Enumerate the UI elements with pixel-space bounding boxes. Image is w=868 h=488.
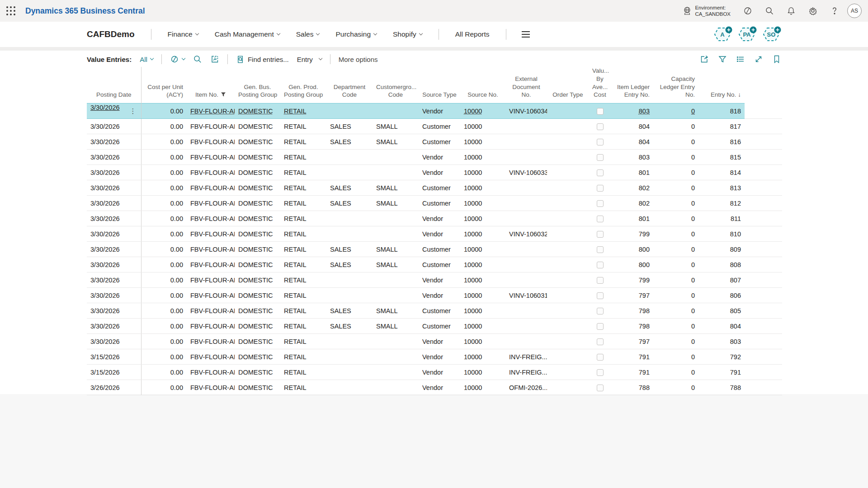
app-title[interactable]: Dynamics 365 Business Central: [25, 6, 145, 16]
cell-capacity_ledger[interactable]: 0: [653, 349, 698, 365]
cell-order_type[interactable]: [547, 319, 589, 334]
cell-posting_date[interactable]: 3/15/2026: [87, 349, 141, 365]
cell-item_ledger[interactable]: 800: [611, 242, 653, 257]
cell-capacity_ledger[interactable]: 0: [653, 103, 698, 119]
cell-valued_by_avg[interactable]: [589, 180, 611, 196]
column-header-item_no[interactable]: Item No.: [187, 67, 235, 103]
cell-posting_date[interactable]: 3/30/2026: [87, 134, 141, 150]
cell-source_no[interactable]: 10000: [460, 119, 505, 134]
column-header-posting_date[interactable]: Posting Date: [87, 67, 141, 103]
more-menu-button[interactable]: [522, 31, 530, 38]
teaching-badge-a[interactable]: A: [713, 26, 733, 42]
cell-gen_prod[interactable]: RETAIL: [280, 334, 326, 349]
cell-item_ledger[interactable]: 791: [611, 365, 653, 380]
cell-item_no[interactable]: FBV-FLOUR-AP: [187, 334, 235, 349]
cell-capacity_ledger[interactable]: 0: [653, 242, 698, 257]
cell-valued_by_avg[interactable]: [589, 272, 611, 288]
cell-capacity_ledger[interactable]: 0: [653, 150, 698, 165]
table-row[interactable]: 3/30/20260.00FBV-FLOUR-APDOMESTICRETAILV…: [87, 334, 782, 349]
cell-capacity_ledger[interactable]: 0: [653, 211, 698, 226]
valued-by-average-cost-checkbox[interactable]: [597, 200, 604, 207]
cell-entry_no[interactable]: 803: [698, 334, 745, 349]
cell-gen_bus[interactable]: DOMESTIC: [235, 196, 280, 211]
cell-source_type[interactable]: Vendor: [419, 288, 460, 303]
share-button[interactable]: [700, 55, 709, 64]
cell-gen_prod[interactable]: RETAIL: [280, 180, 326, 196]
cell-valued_by_avg[interactable]: [589, 242, 611, 257]
table-row[interactable]: 3/30/20260.00FBV-FLOUR-APDOMESTICRETAILV…: [87, 165, 782, 180]
cell-item_no[interactable]: FBV-FLOUR-AP: [187, 196, 235, 211]
cell-external_doc[interactable]: [505, 134, 547, 150]
cell-posting_date[interactable]: 3/30/2026: [87, 180, 141, 196]
cell-source_no[interactable]: 10000: [460, 272, 505, 288]
cell-gen_bus[interactable]: DOMESTIC: [235, 380, 280, 395]
cell-capacity_ledger[interactable]: 0: [653, 226, 698, 242]
valued-by-average-cost-checkbox[interactable]: [597, 385, 604, 391]
nav-item-cash-management[interactable]: Cash Management: [215, 30, 280, 38]
cell-source_type[interactable]: Vendor: [419, 211, 460, 226]
cell-item_no[interactable]: FBV-FLOUR-AP: [187, 242, 235, 257]
cell-item_no[interactable]: FBV-FLOUR-AP: [187, 288, 235, 303]
cell-gen_prod[interactable]: RETAIL: [280, 257, 326, 272]
cell-item_ledger[interactable]: 798: [611, 319, 653, 334]
nav-item-shopify[interactable]: Shopify: [393, 30, 422, 38]
cell-source_no[interactable]: 10000: [460, 380, 505, 395]
cell-external_doc[interactable]: [505, 257, 547, 272]
cell-valued_by_avg[interactable]: [589, 119, 611, 134]
cell-posting_date[interactable]: 3/30/2026⋮: [87, 103, 141, 119]
cell-posting_date[interactable]: 3/30/2026: [87, 334, 141, 349]
table-row[interactable]: 3/30/20260.00FBV-FLOUR-APDOMESTICRETAILS…: [87, 196, 782, 211]
cell-order_type[interactable]: [547, 165, 589, 180]
cell-source_type[interactable]: Customer: [419, 303, 460, 319]
cell-valued_by_avg[interactable]: [589, 303, 611, 319]
cell-item_no[interactable]: FBV-FLOUR-AP: [187, 272, 235, 288]
cell-customergroup[interactable]: SMALL: [373, 180, 419, 196]
search-list-button[interactable]: [193, 55, 202, 64]
cell-gen_bus[interactable]: DOMESTIC: [235, 272, 280, 288]
nav-item-purchasing[interactable]: Purchasing: [335, 30, 377, 38]
cell-source_no[interactable]: 10000: [460, 226, 505, 242]
table-row[interactable]: 3/30/20260.00FBV-FLOUR-APDOMESTICRETAILS…: [87, 242, 782, 257]
cell-posting_date[interactable]: 3/15/2026: [87, 365, 141, 380]
cell-item_ledger[interactable]: 797: [611, 288, 653, 303]
cell-cost_per_unit[interactable]: 0.00: [141, 242, 187, 257]
cell-item_ledger[interactable]: 804: [611, 119, 653, 134]
cell-source_no[interactable]: 10000: [460, 334, 505, 349]
cell-posting_date[interactable]: 3/30/2026: [87, 150, 141, 165]
cell-valued_by_avg[interactable]: [589, 380, 611, 395]
fullscreen-button[interactable]: [754, 55, 763, 64]
column-header-cost_per_unit[interactable]: Cost per Unit(ACY): [141, 67, 187, 103]
cell-entry_no[interactable]: 811: [698, 211, 745, 226]
help-button[interactable]: [826, 2, 844, 20]
cell-entry_no[interactable]: 814: [698, 165, 745, 180]
cell-entry_no[interactable]: 816: [698, 134, 745, 150]
cell-order_type[interactable]: [547, 365, 589, 380]
column-header-source_no[interactable]: Source No.: [460, 67, 505, 103]
cell-entry_no[interactable]: 807: [698, 272, 745, 288]
cell-valued_by_avg[interactable]: [589, 257, 611, 272]
cell-valued_by_avg[interactable]: [589, 365, 611, 380]
cell-item_no[interactable]: FBV-FLOUR-AP: [187, 226, 235, 242]
filter-pane-button[interactable]: [718, 55, 727, 64]
cell-posting_date[interactable]: 3/30/2026: [87, 119, 141, 134]
row-context-menu-button[interactable]: ⋮: [129, 104, 137, 118]
cell-posting_date[interactable]: 3/26/2026: [87, 380, 141, 395]
cell-department[interactable]: SALES: [326, 196, 373, 211]
cell-source_no[interactable]: 10000: [460, 134, 505, 150]
valued-by-average-cost-checkbox[interactable]: [597, 292, 604, 299]
cell-department[interactable]: [326, 226, 373, 242]
cell-order_type[interactable]: [547, 226, 589, 242]
valued-by-average-cost-checkbox[interactable]: [597, 262, 604, 268]
cell-item_ledger[interactable]: 798: [611, 303, 653, 319]
nav-item-finance[interactable]: Finance: [168, 30, 198, 38]
cell-source_type[interactable]: Customer: [419, 319, 460, 334]
cell-source_no[interactable]: 10000: [460, 211, 505, 226]
cell-order_type[interactable]: [547, 196, 589, 211]
cell-valued_by_avg[interactable]: [589, 150, 611, 165]
table-row[interactable]: 3/30/20260.00FBV-FLOUR-APDOMESTICRETAILV…: [87, 211, 782, 226]
cell-gen_bus[interactable]: DOMESTIC: [235, 150, 280, 165]
cell-order_type[interactable]: [547, 334, 589, 349]
cell-capacity_ledger[interactable]: 0: [653, 319, 698, 334]
cell-item_no[interactable]: FBV-FLOUR-AP: [187, 211, 235, 226]
cell-department[interactable]: SALES: [326, 119, 373, 134]
